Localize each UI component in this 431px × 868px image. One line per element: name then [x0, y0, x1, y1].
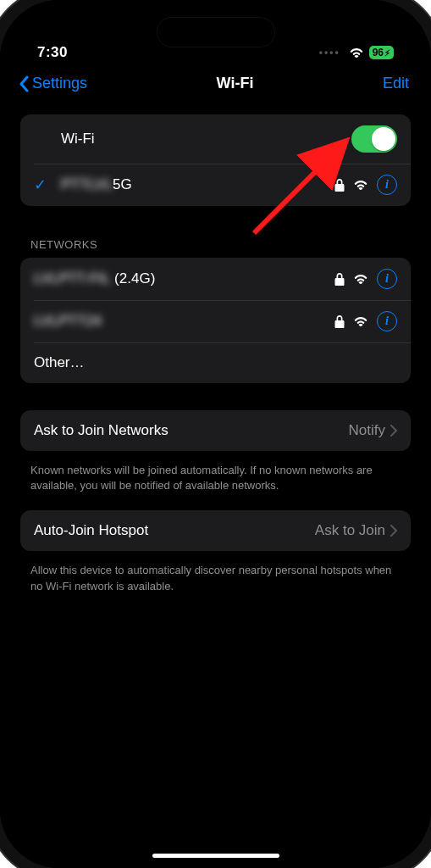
network-name: LVLPTT24 — [34, 313, 334, 330]
network-icons: i — [334, 175, 397, 195]
other-label: Other… — [34, 354, 397, 371]
checkmark-icon: ✓ — [34, 175, 49, 194]
wifi-toggle-row: ✓ Wi-Fi — [20, 114, 411, 164]
info-button[interactable]: i — [377, 269, 397, 289]
back-button[interactable]: Settings — [19, 75, 87, 92]
battery-indicator: 96⚡︎ — [369, 46, 394, 59]
connected-network-row[interactable]: ✓ PTTLVL5G i — [20, 164, 411, 206]
auto-join-group: Auto-Join Hotspot Ask to Join — [20, 510, 411, 551]
auto-join-row[interactable]: Auto-Join Hotspot Ask to Join — [20, 510, 411, 551]
network-row[interactable]: LVLPTT24 i — [20, 300, 411, 342]
nav-bar: Settings Wi-Fi Edit — [0, 71, 431, 99]
device-frame: 7:30 •••• 96⚡︎ Settings Wi-Fi Edit — [0, 0, 431, 868]
ask-to-join-row[interactable]: Ask to Join Networks Notify — [20, 410, 411, 451]
network-row[interactable]: LVLPTT-FIL (2.4G) i — [20, 258, 411, 300]
ask-to-join-label: Ask to Join Networks — [34, 422, 169, 439]
info-button[interactable]: i — [377, 175, 397, 195]
ask-to-join-group: Ask to Join Networks Notify — [20, 410, 411, 451]
edit-button[interactable]: Edit — [383, 75, 409, 92]
lock-icon — [334, 179, 345, 192]
auto-join-footer: Allow this device to automatically disco… — [20, 563, 411, 610]
battery-percent: 96 — [373, 47, 384, 58]
page-title: Wi-Fi — [217, 75, 254, 92]
network-icons: i — [334, 269, 397, 289]
networks-header: Networks — [20, 218, 411, 258]
network-name: LVLPTT-FIL (2.4G) — [34, 270, 334, 287]
content: ✓ Wi-Fi ✓ PTTLVL5G — [0, 99, 431, 611]
chevron-left-icon — [19, 75, 29, 92]
auto-join-value: Ask to Join — [315, 522, 397, 539]
screen: 7:30 •••• 96⚡︎ Settings Wi-Fi Edit — [0, 0, 431, 868]
toggle-knob — [372, 127, 395, 151]
lock-icon — [334, 273, 345, 286]
chevron-right-icon — [390, 525, 397, 537]
lock-icon — [334, 315, 345, 328]
wifi-label: Wi-Fi — [61, 131, 95, 147]
wifi-status-icon — [349, 47, 364, 58]
dynamic-island — [157, 17, 275, 47]
info-button[interactable]: i — [377, 311, 397, 331]
wifi-group: ✓ Wi-Fi ✓ PTTLVL5G — [20, 114, 411, 206]
auto-join-label: Auto-Join Hotspot — [34, 522, 148, 539]
chevron-right-icon — [390, 425, 397, 437]
ask-to-join-footer: Known networks will be joined automatica… — [20, 463, 411, 510]
status-time: 7:30 — [37, 44, 68, 61]
wifi-signal-icon — [353, 179, 368, 191]
charging-icon: ⚡︎ — [384, 48, 390, 58]
home-indicator[interactable] — [152, 854, 279, 858]
wifi-signal-icon — [353, 315, 368, 327]
ask-to-join-value: Notify — [349, 422, 397, 439]
other-network-row[interactable]: Other… — [20, 342, 411, 383]
connected-network-name: PTTLVL5G — [61, 176, 334, 193]
wifi-signal-icon — [353, 273, 368, 285]
wifi-toggle[interactable] — [351, 125, 397, 153]
network-icons: i — [334, 311, 397, 331]
back-label: Settings — [32, 75, 87, 92]
networks-group: LVLPTT-FIL (2.4G) i LVLPTT24 — [20, 258, 411, 383]
status-dots-icon: •••• — [319, 47, 340, 58]
status-icons: •••• 96⚡︎ — [319, 46, 394, 59]
